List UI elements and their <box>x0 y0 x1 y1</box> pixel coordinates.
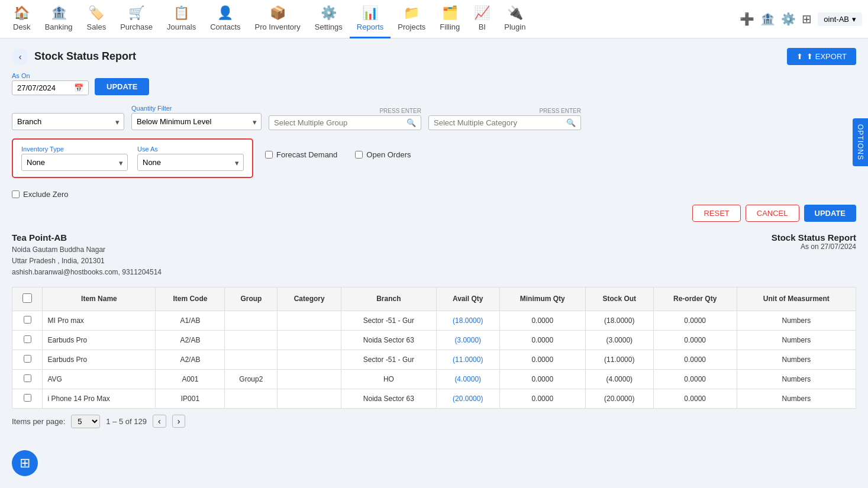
row-uom: Numbers <box>737 311 856 330</box>
inventory-type-select[interactable]: None <box>21 154 128 171</box>
nav-item-sales[interactable]: 🏷️Sales <box>80 0 114 38</box>
row-checkbox-cell <box>12 311 43 330</box>
exclude-zero-checkbox-item[interactable]: Exclude Zero <box>12 190 856 199</box>
calendar-icon[interactable]: 📅 <box>74 83 83 92</box>
forecast-demand-checkbox[interactable] <box>265 151 273 159</box>
nav-icon-sales: 🏷️ <box>88 5 104 21</box>
exclude-zero-checkbox[interactable] <box>12 190 20 198</box>
back-button[interactable]: ‹ <box>12 49 28 65</box>
use-as-label: Use As <box>137 146 244 153</box>
export-button[interactable]: ⬆ ⬆ EXPORT <box>787 48 856 65</box>
bottom-grid-icon[interactable]: ⊞ <box>12 450 38 476</box>
add-button[interactable]: ➕ <box>740 12 754 26</box>
row-branch: Noida Sector 63 <box>341 389 437 408</box>
row-uom: Numbers <box>737 350 856 369</box>
header-avail-qty: Avail Qty <box>436 287 499 311</box>
row-group: Group2 <box>225 369 277 389</box>
nav-icon-settings: ⚙️ <box>321 5 337 21</box>
header-branch: Branch <box>341 287 437 311</box>
bank-icon-btn[interactable]: 🏦 <box>760 12 775 26</box>
nav-item-desk[interactable]: 🏠Desk <box>6 0 38 38</box>
row-avail-qty: (20.0000) <box>436 389 499 408</box>
row-branch: Sector -51 - Gur <box>341 311 437 330</box>
open-orders-checkbox[interactable] <box>355 151 363 159</box>
table-row: Earbuds Pro A2/AB Noida Sector 63 (3.000… <box>12 330 856 350</box>
settings-gear-btn[interactable]: ⚙️ <box>781 12 796 26</box>
nav-item-projects[interactable]: 📁Projects <box>391 0 433 38</box>
row-checkbox-1[interactable] <box>24 335 31 343</box>
row-checkbox-cell <box>12 369 43 389</box>
search-icon[interactable]: 🔍 <box>406 118 416 127</box>
select-all-checkbox[interactable] <box>22 293 32 303</box>
action-buttons: RESET CANCEL UPDATE <box>12 205 856 222</box>
nav-item-filling[interactable]: 🗂️Filling <box>433 0 467 38</box>
open-orders-checkbox-item[interactable]: Open Orders <box>355 150 411 159</box>
prev-page-button[interactable]: ‹ <box>153 415 166 428</box>
use-as-select-wrap: None <box>137 154 244 171</box>
nav-item-banking[interactable]: 🏦Banking <box>38 0 80 38</box>
row-stock-out: (20.0000) <box>585 389 653 408</box>
row-item-code: IP001 <box>156 389 225 408</box>
table-row: AVG A001 Group2 HO (4.0000) 0.0000 (4.00… <box>12 369 856 389</box>
options-tab[interactable]: OPTIONS <box>853 118 868 166</box>
row-branch: Noida Sector 63 <box>341 330 437 350</box>
nav-item-reports[interactable]: 📊Reports <box>350 0 391 38</box>
row-checkbox-2[interactable] <box>24 355 31 363</box>
pagination: Items per page: 5 10 25 1 – 5 of 129 ‹ › <box>12 415 856 428</box>
nav-item-bi[interactable]: 📈BI <box>467 0 497 38</box>
row-checkbox-0[interactable] <box>24 316 31 324</box>
items-per-page-select[interactable]: 5 10 25 <box>71 415 100 428</box>
nav-icon-pro-inventory: 📦 <box>270 5 286 21</box>
row-checkbox-4[interactable] <box>24 394 31 402</box>
row-reorder-qty: 0.0000 <box>653 330 737 350</box>
nav-item-plugin[interactable]: 🔌Plugin <box>497 0 533 38</box>
table-row: MI Pro max A1/AB Sector -51 - Gur (18.00… <box>12 311 856 330</box>
row-checkbox-3[interactable] <box>24 374 31 382</box>
row-item-code: A001 <box>156 369 225 389</box>
report-date: As on 27/07/2024 <box>772 243 856 251</box>
forecast-demand-checkbox-item[interactable]: Forecast Demand <box>265 150 337 159</box>
group-search-input[interactable] <box>274 118 404 127</box>
nav-item-purchase[interactable]: 🛒Purchase <box>113 0 160 38</box>
quantity-filter-select[interactable]: Below Minimum Level <box>131 113 262 130</box>
row-checkbox-cell <box>12 389 43 408</box>
row-group <box>225 350 277 369</box>
user-menu[interactable]: oint-AB ▾ <box>818 12 862 26</box>
nav-icon-banking: 🏦 <box>51 5 67 21</box>
row-reorder-qty: 0.0000 <box>653 369 737 389</box>
nav-icon-filling: 🗂️ <box>442 5 458 21</box>
group-search-wrap: 🔍 <box>269 115 421 130</box>
company-section: Tea Point-AB Noida Gautam Buddha Nagar U… <box>12 232 856 279</box>
row-category <box>277 369 341 389</box>
category-search-input[interactable] <box>434 118 564 127</box>
row-stock-out: (18.0000) <box>585 311 653 330</box>
use-as-select[interactable]: None <box>137 154 244 171</box>
row-branch: Sector -51 - Gur <box>341 350 437 369</box>
row-checkbox-cell <box>12 350 43 369</box>
row-stock-out: (11.0000) <box>585 350 653 369</box>
main-content: ‹ Stock Status Report ⬆ ⬆ EXPORT As On 📅… <box>0 38 868 438</box>
row-stock-out: (4.0000) <box>585 369 653 389</box>
update-date-button[interactable]: UPDATE <box>95 78 149 95</box>
company-info: Tea Point-AB Noida Gautam Buddha Nagar U… <box>12 232 162 279</box>
update-button[interactable]: UPDATE <box>804 205 856 222</box>
nav-item-journals[interactable]: 📋Journals <box>160 0 203 38</box>
quantity-filter-group: Quantity Filter Below Minimum Level <box>131 105 262 130</box>
nav-item-pro-inventory[interactable]: 📦Pro Inventory <box>248 0 308 38</box>
branch-select[interactable]: Branch <box>12 113 124 130</box>
table-row: i Phone 14 Pro Max IP001 Noida Sector 63… <box>12 389 856 408</box>
reset-button[interactable]: RESET <box>692 205 740 222</box>
search-icon-cat[interactable]: 🔍 <box>566 118 576 127</box>
row-reorder-qty: 0.0000 <box>653 350 737 369</box>
date-field-group: As On 📅 <box>12 72 89 95</box>
grid-icon-btn[interactable]: ⊞ <box>802 12 812 26</box>
nav-item-contacts[interactable]: 👤Contacts <box>203 0 247 38</box>
row-branch: HO <box>341 369 437 389</box>
quantity-filter-select-wrap: Below Minimum Level <box>131 113 262 130</box>
cancel-button[interactable]: CANCEL <box>746 205 799 222</box>
row-item-name: Earbuds Pro <box>43 350 156 369</box>
date-input[interactable] <box>17 83 70 92</box>
nav-item-settings[interactable]: ⚙️Settings <box>308 0 350 38</box>
nav-icon-desk: 🏠 <box>14 5 30 21</box>
next-page-button[interactable]: › <box>172 415 186 428</box>
